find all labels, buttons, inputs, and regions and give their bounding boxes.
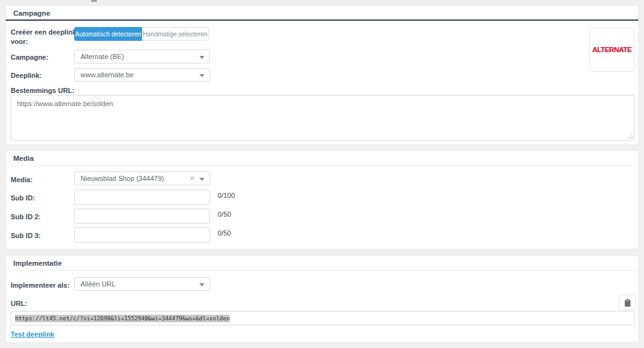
media-card-title: Media [6,151,638,166]
campagne-label: Campagne: [11,53,77,62]
campagne-select-value: Alternate (BE) [80,53,124,60]
sub-id-2-counter: 0/50 [218,210,231,218]
implementatie-card: Implementatie Implementeer als: Alléén U… [5,255,639,343]
generated-url-value: https://lt45.net/c/?si=12698&li=1552940&… [15,315,230,322]
sub-id-1-input[interactable] [74,190,210,205]
cropped-text-fragment [91,0,97,2]
deeplink-mode-toggle: Automatisch detecteren Handmatige select… [74,27,209,41]
url-label: URL: [11,299,77,308]
chevron-down-icon [199,74,204,77]
deeplink-select[interactable]: www.alternate.be [74,68,210,82]
campagne-card-title: Campagne [6,6,638,21]
destination-url-label: Bestemmings URL: [11,86,136,95]
media-label: Media: [11,175,77,185]
manual-select-button[interactable]: Handmatige selecteren [142,27,209,41]
chevron-down-icon [199,283,204,286]
campagne-select[interactable]: Alternate (BE) [74,50,210,63]
sub-id-3-counter: 0/50 [218,229,231,237]
auto-detect-button[interactable]: Automatisch detecteren [74,27,142,41]
deeplink-label: Deeplink: [11,71,77,80]
sub-id-3-input[interactable] [74,227,210,242]
alternate-logo-text: ALTERNATE [592,46,632,53]
test-deeplink-link[interactable]: Test deeplink [11,330,54,338]
sub-id-2-input[interactable] [74,209,210,224]
deeplink-select-value: www.alternate.be [80,71,133,79]
copy-url-button[interactable] [619,295,636,310]
implement-as-select-value: Alléén URL [80,280,116,288]
sub-id-1-label: Sub ID: [11,193,77,203]
resize-grip-icon[interactable] [627,133,633,139]
clipboard-icon [624,298,631,307]
generated-url-field[interactable]: https://lt45.net/c/?si=12698&li=1552940&… [11,311,635,325]
implement-as-select[interactable]: Alléén URL [74,277,210,291]
clear-selection-icon[interactable]: × [189,172,194,185]
campagne-card: Campagne Creëer een deeplink voor: Autom… [5,5,639,145]
sub-id-1-counter: 0/100 [218,192,235,199]
destination-url-textarea[interactable]: https://www.alternate.be/solden [11,95,635,141]
sub-id-2-label: Sub ID 2: [11,212,77,222]
chevron-down-icon [199,178,204,181]
create-deeplink-for-label: Creëer een deeplink voor: [11,28,77,46]
destination-url-value: https://www.alternate.be/solden [17,100,113,107]
campaign-logo: ALTERNATE [589,28,635,72]
implementatie-card-title: Implementatie [6,256,638,271]
chevron-down-icon [199,56,204,59]
implement-as-label: Implementeer als: [11,281,77,290]
media-select-value: Nieuwsblad Shop (344479) [80,175,164,182]
sub-id-3-label: Sub ID 3: [11,231,77,241]
media-card: Media Media: Nieuwsblad Shop (344479) × … [5,150,639,249]
media-select[interactable]: Nieuwsblad Shop (344479) × [74,171,210,185]
